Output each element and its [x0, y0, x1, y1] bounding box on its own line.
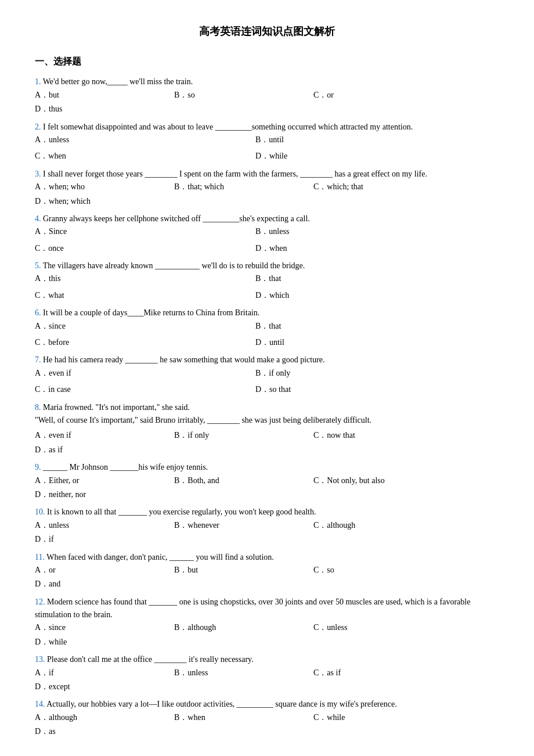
option[interactable]: D．when; which	[35, 195, 174, 208]
option[interactable]: A．this	[35, 272, 255, 285]
option[interactable]: C．once	[35, 242, 255, 255]
option[interactable]: B．but	[174, 564, 313, 577]
option[interactable]: D．as if	[35, 444, 174, 456]
options-row: C．whenD．while	[35, 150, 499, 164]
option[interactable]: B．if only	[174, 429, 313, 442]
options-row: A．SinceB．unless	[35, 225, 499, 239]
question-4: 4. Granny always keeps her cellphone swi…	[35, 213, 499, 256]
question-5: 5. The villagers have already known ____…	[35, 260, 499, 303]
option[interactable]: A．Since	[35, 225, 255, 238]
option[interactable]: C．in case	[35, 383, 255, 396]
question-number-11: 11.	[35, 553, 46, 561]
option[interactable]: A．although	[35, 711, 174, 724]
options-row: A．even ifB．if onlyC．now thatD．as if	[35, 429, 499, 458]
option[interactable]: C．although	[313, 519, 453, 532]
option[interactable]: B．whenever	[174, 519, 313, 532]
option[interactable]: D．when	[255, 242, 476, 255]
options-row: A．butB．soC．orD．thus	[35, 89, 499, 117]
option[interactable]: C．what	[35, 289, 255, 302]
option[interactable]: B．that	[255, 272, 476, 285]
option[interactable]: B．until	[255, 134, 476, 146]
question-10: 10. It is known to all that _______ you …	[35, 506, 499, 547]
option[interactable]: D．as	[35, 725, 174, 738]
options-row: C．whatD．which	[35, 289, 499, 303]
options-row: A．unlessB．until	[35, 134, 499, 147]
section-title: 一、选择题	[35, 54, 499, 69]
option[interactable]: B．that	[255, 320, 476, 333]
page-title: 高考英语连词知识点图文解析	[35, 23, 499, 40]
option[interactable]: B．so	[174, 89, 313, 102]
question-2: 2. I felt somewhat disappointed and was …	[35, 121, 499, 164]
option[interactable]: A．since	[35, 621, 174, 634]
option[interactable]: C．so	[313, 564, 453, 577]
question-6: 6. It will be a couple of days____Mike r…	[35, 307, 499, 350]
question-number-13: 13.	[35, 655, 47, 664]
question-14: 14. Actually, our hobbies vary a lot—I l…	[35, 698, 499, 739]
option[interactable]: D．while	[255, 150, 476, 163]
option[interactable]: D．and	[35, 578, 174, 591]
option[interactable]: C．which; that	[313, 181, 453, 193]
option[interactable]: C．Not only, but also	[313, 474, 453, 487]
question-number-14: 14.	[35, 700, 46, 708]
option[interactable]: C．or	[313, 89, 453, 102]
question-9: 9. ______ Mr Johnson _______his wife enj…	[35, 461, 499, 502]
options-row: A．Either, orB．Both, andC．Not only, but a…	[35, 474, 499, 503]
options-row: A．unlessB．wheneverC．althoughD．if	[35, 519, 499, 548]
option[interactable]: A．when; who	[35, 181, 174, 193]
option[interactable]: B．when	[174, 711, 313, 724]
question-number-5: 5.	[35, 261, 43, 270]
option[interactable]: A．if	[35, 667, 174, 679]
option[interactable]: D．which	[255, 289, 476, 302]
options-row: A．even ifB．if only	[35, 367, 499, 381]
question-number-12: 12.	[35, 597, 47, 606]
option[interactable]: C．as if	[313, 667, 453, 679]
option[interactable]: C．when	[35, 150, 255, 163]
option[interactable]: A．unless	[35, 134, 255, 146]
options-row: A．althoughB．whenC．whileD．as	[35, 711, 499, 740]
question-8: 8. Maria frowned. "It's not important," …	[35, 401, 499, 458]
option[interactable]: D．if	[35, 533, 174, 546]
option[interactable]: B．unless	[174, 667, 313, 679]
option[interactable]: B．that; which	[174, 181, 313, 193]
option[interactable]: B．Both, and	[174, 474, 313, 487]
options-row: C．in caseD．so that	[35, 383, 499, 397]
option[interactable]: A．Either, or	[35, 474, 174, 487]
option[interactable]: A．even if	[35, 367, 255, 380]
options-row: A．when; whoB．that; whichC．which; thatD．w…	[35, 181, 499, 209]
options-row: A．sinceB．althoughC．unlessD．while	[35, 621, 499, 650]
question-number-1: 1.	[35, 77, 43, 86]
option[interactable]: D．neither, nor	[35, 488, 174, 501]
option[interactable]: C．while	[313, 711, 453, 724]
option[interactable]: D．so that	[255, 383, 476, 396]
option[interactable]: B．if only	[255, 367, 476, 380]
option[interactable]: C．before	[35, 336, 255, 349]
question-number-8: 8.	[35, 403, 43, 412]
question-number-9: 9.	[35, 463, 43, 471]
option[interactable]: B．although	[174, 621, 313, 634]
question-number-10: 10.	[35, 507, 47, 516]
question-13: 13. Please don't call me at the office _…	[35, 653, 499, 694]
option[interactable]: A．unless	[35, 519, 174, 532]
options-row: C．beforeD．until	[35, 336, 499, 350]
option[interactable]: C．unless	[313, 621, 453, 634]
question-number-4: 4.	[35, 214, 43, 223]
question-1: 1. We'd better go now,_____ we'll miss t…	[35, 75, 499, 117]
option[interactable]: A．or	[35, 564, 174, 577]
question-number-2: 2.	[35, 123, 43, 131]
option[interactable]: A．even if	[35, 429, 174, 442]
option[interactable]: A．but	[35, 89, 174, 102]
option[interactable]: A．since	[35, 320, 255, 333]
option[interactable]: D．while	[35, 636, 174, 649]
options-row: A．ifB．unlessC．as ifD．except	[35, 667, 499, 695]
question-number-3: 3.	[35, 170, 43, 178]
option[interactable]: D．except	[35, 681, 174, 693]
option[interactable]: D．thus	[35, 103, 174, 116]
question-number-7: 7.	[35, 355, 43, 364]
question-11: 11. When faced with danger, don't panic,…	[35, 551, 499, 592]
question-number-6: 6.	[35, 308, 43, 317]
options-row: A．sinceB．that	[35, 320, 499, 334]
option[interactable]: B．unless	[255, 225, 476, 238]
option[interactable]: C．now that	[313, 429, 453, 442]
option[interactable]: D．until	[255, 336, 476, 349]
options-row: A．orB．butC．soD．and	[35, 564, 499, 592]
